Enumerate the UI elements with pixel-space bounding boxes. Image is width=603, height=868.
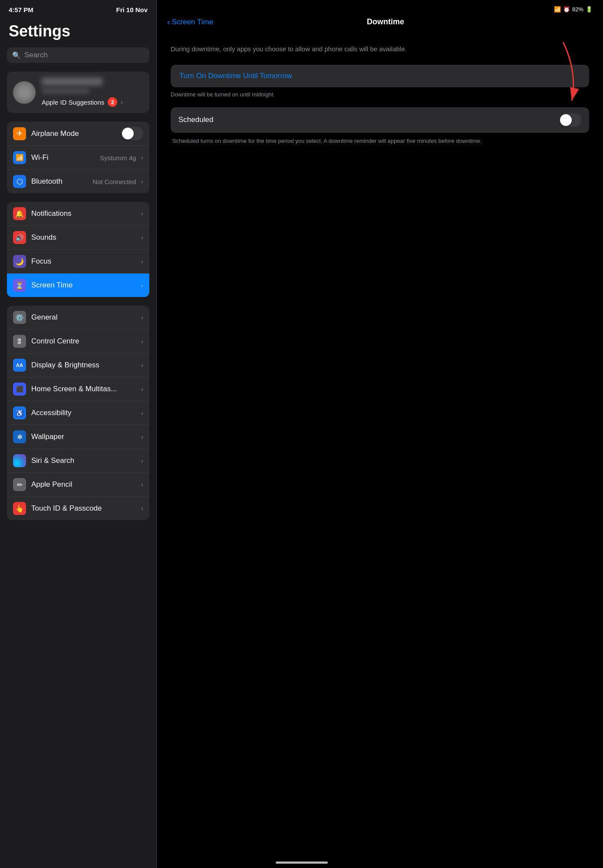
general-chevron: › — [141, 314, 143, 321]
siri-label: Siri & Search — [31, 456, 136, 465]
description-text: During downtime, only apps you choose to… — [171, 44, 589, 54]
focus-chevron: › — [141, 258, 143, 265]
display-icon: AA — [13, 359, 26, 372]
sidebar-item-siri[interactable]: Siri & Search › — [7, 449, 149, 473]
homescreen-chevron: › — [141, 386, 143, 393]
controlcentre-label: Control Centre — [31, 337, 136, 346]
sidebar-item-bluetooth[interactable]: ⬡ Bluetooth Not Connected › — [7, 170, 149, 193]
connectivity-section: ✈ Airplane Mode 📶 Wi-Fi Systumm 4g › ⬡ B… — [7, 122, 149, 193]
settings-group-1: 🔔 Notifications › 🔊 Sounds › 🌙 Focus › ⏳… — [7, 202, 149, 297]
screentime-icon: ⏳ — [13, 279, 26, 292]
right-status-bar: 📶 ⏰ 82% 🔋 — [157, 0, 603, 17]
left-panel: 4:57 PM Fri 10 Nov Settings 🔍 Apple ID S… — [0, 0, 156, 868]
date-display: Fri 10 Nov — [116, 6, 148, 13]
sidebar-item-controlcentre[interactable]: 🎛 Control Centre › — [7, 330, 149, 353]
apple-id-suggestions-label: Apple ID Suggestions — [42, 99, 104, 106]
sidebar-item-screentime[interactable]: ⏳ Screen Time › — [7, 274, 149, 297]
wallpaper-chevron: › — [141, 433, 143, 440]
turn-on-downtime-label: Turn On Downtime Until Tomorrow — [179, 72, 292, 80]
siri-icon — [13, 454, 26, 467]
apple-id-info: Apple ID Suggestions 2 › — [42, 78, 143, 107]
settings-group-2: ⚙️ General › 🎛 Control Centre › AA Displ… — [7, 306, 149, 520]
scheduled-description: Scheduled turns on downtime for the time… — [171, 137, 589, 145]
focus-label: Focus — [31, 257, 136, 266]
left-scroll: Apple ID Suggestions 2 › ✈ Airplane Mode… — [0, 72, 156, 868]
siri-chevron: › — [141, 457, 143, 464]
homescreen-label: Home Screen & Multitas... — [31, 385, 136, 393]
page-title: Settings — [0, 18, 156, 47]
search-icon: 🔍 — [12, 51, 21, 59]
airplane-toggle[interactable] — [121, 127, 143, 140]
search-bar[interactable]: 🔍 — [7, 47, 149, 63]
scheduled-container: Scheduled — [171, 107, 589, 133]
sidebar-item-touchid[interactable]: 👆 Touch ID & Passcode › — [7, 497, 149, 520]
nav-title: Downtime — [213, 17, 558, 26]
touchid-chevron: › — [141, 505, 143, 512]
wallpaper-icon: ❄ — [13, 430, 26, 443]
scheduled-row[interactable]: Scheduled — [171, 107, 589, 133]
homescreen-icon: ⬛ — [13, 383, 26, 396]
screentime-label: Screen Time — [31, 281, 136, 290]
sounds-chevron: › — [141, 234, 143, 241]
battery-icon: 🔋 — [586, 6, 593, 13]
focus-icon: 🌙 — [13, 255, 26, 268]
wifi-icon: 📶 — [13, 151, 26, 164]
sidebar-item-general[interactable]: ⚙️ General › — [7, 306, 149, 330]
back-label: Screen Time — [172, 18, 213, 26]
apple-id-sub-blur — [42, 88, 89, 94]
alarm-status-icon: ⏰ — [563, 6, 570, 13]
general-label: General — [31, 313, 136, 322]
sounds-icon: 🔊 — [13, 231, 26, 244]
scheduled-toggle[interactable] — [559, 113, 581, 127]
apple-id-section[interactable]: Apple ID Suggestions 2 › — [7, 72, 149, 113]
nav-header: ‹ Screen Time Downtime — [157, 17, 603, 36]
content-area: During downtime, only apps you choose to… — [157, 36, 603, 154]
accessibility-chevron: › — [141, 409, 143, 416]
sidebar-item-homescreen[interactable]: ⬛ Home Screen & Multitas... › — [7, 377, 149, 401]
applepencil-icon: ✏ — [13, 478, 26, 491]
sounds-label: Sounds — [31, 233, 136, 242]
sidebar-item-airplane[interactable]: ✈ Airplane Mode — [7, 122, 149, 146]
display-label: Display & Brightness — [31, 361, 136, 370]
controlcentre-chevron: › — [141, 338, 143, 345]
sidebar-item-accessibility[interactable]: ♿ Accessibility › — [7, 401, 149, 425]
apple-id-name-blur — [42, 78, 102, 86]
scheduled-label: Scheduled — [178, 116, 213, 124]
right-panel: 📶 ⏰ 82% 🔋 ‹ Screen Time Downtime During … — [157, 0, 603, 868]
back-chevron-icon: ‹ — [167, 17, 170, 27]
apple-id-chevron: › — [121, 99, 123, 106]
notifications-icon: 🔔 — [13, 207, 26, 220]
airplane-label: Airplane Mode — [31, 129, 116, 138]
sidebar-item-wifi[interactable]: 📶 Wi-Fi Systumm 4g › — [7, 146, 149, 170]
sidebar-item-notifications[interactable]: 🔔 Notifications › — [7, 202, 149, 226]
avatar — [13, 81, 36, 104]
accessibility-label: Accessibility — [31, 409, 136, 417]
bluetooth-label: Bluetooth — [31, 177, 87, 186]
sidebar-item-sounds[interactable]: 🔊 Sounds › — [7, 226, 149, 250]
bluetooth-chevron: › — [141, 178, 143, 185]
time-display: 4:57 PM — [9, 6, 33, 13]
general-icon: ⚙️ — [13, 311, 26, 324]
sidebar-item-applepencil[interactable]: ✏ Apple Pencil › — [7, 473, 149, 497]
status-bar: 4:57 PM Fri 10 Nov — [0, 0, 156, 18]
turn-on-downtime-button[interactable]: Turn On Downtime Until Tomorrow — [171, 65, 589, 87]
controlcentre-icon: 🎛 — [13, 335, 26, 348]
bluetooth-value: Not Connected — [92, 178, 136, 185]
wifi-value: Systumm 4g — [100, 154, 136, 162]
search-input[interactable] — [24, 51, 144, 59]
sidebar-item-display[interactable]: AA Display & Brightness › — [7, 353, 149, 377]
bluetooth-icon: ⬡ — [13, 175, 26, 188]
wifi-status-icon: 📶 — [554, 6, 561, 13]
midnight-note: Downtime will be turned on until midnigh… — [171, 91, 589, 99]
airplane-icon: ✈ — [13, 127, 26, 140]
sidebar-item-wallpaper[interactable]: ❄ Wallpaper › — [7, 425, 149, 449]
sidebar-item-focus[interactable]: 🌙 Focus › — [7, 250, 149, 274]
status-icons: 📶 ⏰ 82% 🔋 — [554, 6, 593, 13]
wallpaper-label: Wallpaper — [31, 432, 136, 441]
wifi-chevron: › — [141, 154, 143, 161]
screentime-chevron: › — [141, 282, 143, 289]
touchid-label: Touch ID & Passcode — [31, 504, 136, 513]
apple-id-badge: 2 — [108, 97, 117, 107]
applepencil-label: Apple Pencil — [31, 480, 136, 489]
back-button[interactable]: ‹ Screen Time — [167, 17, 213, 27]
